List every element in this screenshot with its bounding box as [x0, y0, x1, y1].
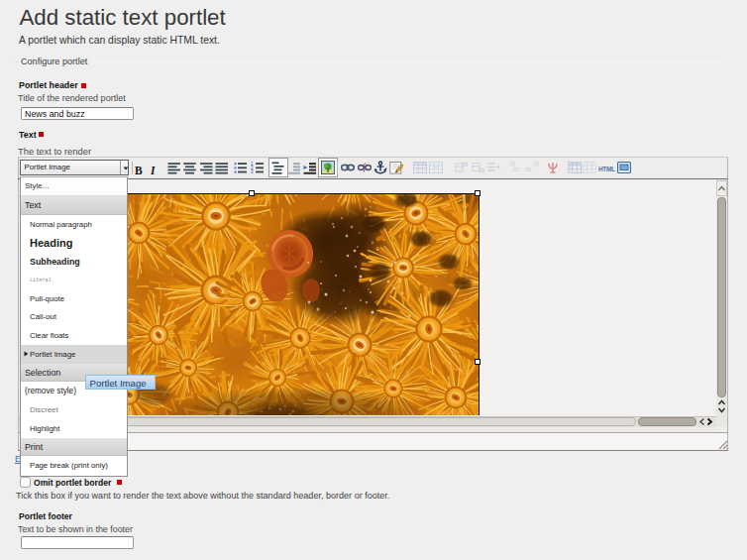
svg-text:m: m: [525, 165, 532, 173]
svg-text:3: 3: [251, 169, 254, 174]
